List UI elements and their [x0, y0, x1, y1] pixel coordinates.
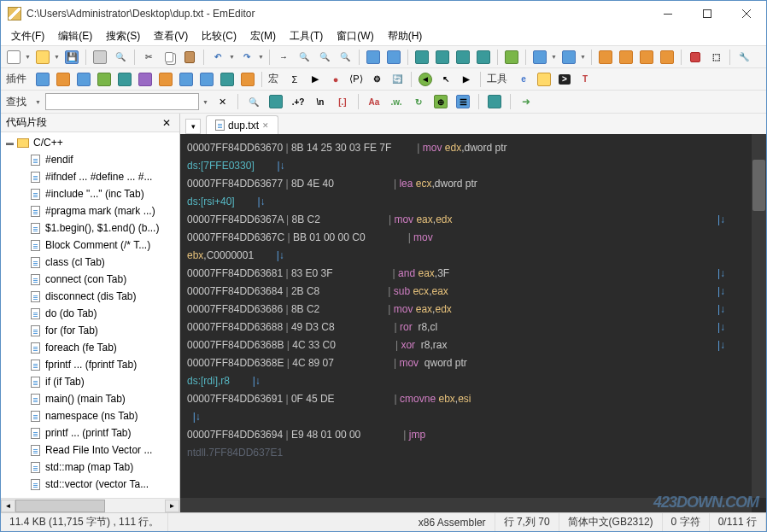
menu-item-4[interactable]: 比较(C): [195, 27, 243, 45]
menu-item-5[interactable]: 宏(M): [243, 27, 283, 45]
snippet-item[interactable]: fprintf ... (fprintf Tab): [1, 356, 179, 373]
copy-button[interactable]: [160, 48, 179, 67]
tool-j[interactable]: [596, 48, 615, 67]
find-opt1[interactable]: .+?: [289, 92, 307, 111]
snippet-item[interactable]: connect (con Tab): [1, 271, 179, 288]
snippet-item[interactable]: #pragma mark (mark ...): [1, 202, 179, 219]
menu-item-0[interactable]: 文件(F): [4, 27, 51, 45]
open-button[interactable]: [33, 48, 52, 67]
plugin-2[interactable]: [54, 70, 73, 89]
redo-button[interactable]: ↷: [237, 48, 256, 67]
snippet-item[interactable]: for (for Tab): [1, 322, 179, 339]
plugin-3[interactable]: [74, 70, 93, 89]
editor-hscrollbar[interactable]: [180, 498, 752, 512]
snippet-item[interactable]: main() (main Tab): [1, 390, 179, 407]
find-case[interactable]: Aa: [365, 92, 384, 111]
tool-g[interactable]: [502, 48, 521, 67]
menu-item-8[interactable]: 帮助(H): [381, 27, 430, 45]
find-bookmark[interactable]: [485, 92, 504, 111]
new-button[interactable]: [4, 48, 23, 67]
nav-cursor[interactable]: ↖: [436, 70, 455, 89]
undo-button[interactable]: ↶: [208, 48, 227, 67]
tool-k[interactable]: [617, 48, 635, 67]
print-button[interactable]: [91, 48, 109, 67]
paste-button[interactable]: [180, 48, 199, 67]
search-input[interactable]: [45, 93, 199, 110]
tool-n[interactable]: ⬚: [706, 48, 725, 67]
tools-explorer[interactable]: [535, 70, 553, 89]
find-next-button[interactable]: 🔍: [315, 48, 334, 67]
snippet-item[interactable]: class (cl Tab): [1, 254, 179, 271]
macro-sigma[interactable]: Σ: [285, 70, 304, 89]
snippet-item[interactable]: disconnect (dis Tab): [1, 288, 179, 305]
find-opt2[interactable]: \n: [311, 92, 330, 111]
menu-item-7[interactable]: 窗口(W): [330, 27, 380, 45]
tool-i[interactable]: [559, 48, 578, 67]
tool-m[interactable]: [658, 48, 676, 67]
snippet-item[interactable]: Block Comment (/* T...): [1, 237, 179, 254]
close-button[interactable]: [727, 1, 766, 26]
snippet-item[interactable]: Read File Into Vector ...: [1, 441, 179, 459]
tools-cmd[interactable]: >: [555, 70, 574, 89]
find-word[interactable]: .w.: [387, 92, 406, 111]
code-editor[interactable]: 00007FF84DD63670 | 8B 14 25 30 03 FE 7F …: [180, 134, 766, 512]
minimize-button[interactable]: [648, 1, 688, 26]
cut-button[interactable]: ✂: [139, 48, 158, 67]
plugin-6[interactable]: [136, 70, 155, 89]
find-go[interactable]: ➜: [517, 92, 536, 111]
find-wrap[interactable]: ↻: [409, 92, 428, 111]
record-button[interactable]: [686, 48, 705, 67]
sidebar-scrollbar[interactable]: ◄ ►: [1, 498, 179, 512]
tool-e[interactable]: [454, 48, 472, 67]
save-button[interactable]: 💾: [62, 48, 81, 67]
snippet-item[interactable]: $1.begin(), $1.end() (b...): [1, 219, 179, 237]
find-prev[interactable]: 🔍: [244, 92, 263, 111]
replace-button[interactable]: 🔍: [336, 48, 354, 67]
sidebar-close-icon[interactable]: ✕: [159, 117, 174, 129]
snippet-item[interactable]: do (do Tab): [1, 305, 179, 322]
plugin-5[interactable]: [115, 70, 134, 89]
tree-folder[interactable]: ▬ C/C++: [1, 134, 179, 151]
macro-t1[interactable]: ⟨P⟩: [347, 70, 366, 89]
collapse-icon[interactable]: ▬: [6, 138, 16, 147]
print-preview-button[interactable]: 🔍: [111, 48, 130, 67]
plugin-8[interactable]: [177, 70, 196, 89]
macro-rec[interactable]: ●: [326, 70, 345, 89]
snippet-item[interactable]: #include "..." (inc Tab): [1, 185, 179, 202]
tools-ie[interactable]: e: [514, 70, 533, 89]
find-all[interactable]: [266, 92, 285, 111]
plugin-11[interactable]: [238, 70, 257, 89]
snippet-item[interactable]: namespace (ns Tab): [1, 407, 179, 424]
snippet-item[interactable]: #ifndef ... #define ... #...: [1, 168, 179, 185]
tool-l[interactable]: [637, 48, 656, 67]
find-inc[interactable]: ⊕: [431, 92, 450, 111]
doc-list-button[interactable]: ▾: [185, 119, 201, 134]
snippet-item[interactable]: std::map (map Tab): [1, 459, 179, 476]
nav-fwd[interactable]: ▶: [457, 70, 476, 89]
status-lang[interactable]: x86 Assembler: [410, 513, 495, 531]
snippet-item[interactable]: std::vector (vector Ta...: [1, 476, 179, 493]
tool-a[interactable]: [364, 48, 383, 67]
find-close[interactable]: ✕: [213, 92, 231, 111]
menu-item-6[interactable]: 工具(T): [283, 27, 330, 45]
snippet-item[interactable]: #endif: [1, 151, 179, 168]
tab-close-icon[interactable]: ✕: [262, 121, 269, 130]
tool-c[interactable]: [413, 48, 431, 67]
plugin-9[interactable]: [197, 70, 216, 89]
plugin-7[interactable]: [156, 70, 175, 89]
tool-b[interactable]: [384, 48, 403, 67]
menu-item-3[interactable]: 查看(V): [147, 27, 195, 45]
find-opt3[interactable]: [.]: [333, 92, 352, 111]
macro-t3[interactable]: 🔄: [388, 70, 407, 89]
plugin-10[interactable]: [218, 70, 237, 89]
snippet-item[interactable]: printf ... (printf Tab): [1, 424, 179, 441]
macro-t2[interactable]: ⚙: [367, 70, 386, 89]
plugin-1[interactable]: [33, 70, 52, 89]
menu-item-1[interactable]: 编辑(E): [51, 27, 99, 45]
snippet-item[interactable]: foreach (fe Tab): [1, 339, 179, 356]
maximize-button[interactable]: [688, 1, 727, 26]
nav-back[interactable]: ◄: [416, 70, 435, 89]
tool-o[interactable]: 🔧: [735, 48, 753, 67]
plugin-4[interactable]: [95, 70, 114, 89]
tool-h[interactable]: [530, 48, 549, 67]
